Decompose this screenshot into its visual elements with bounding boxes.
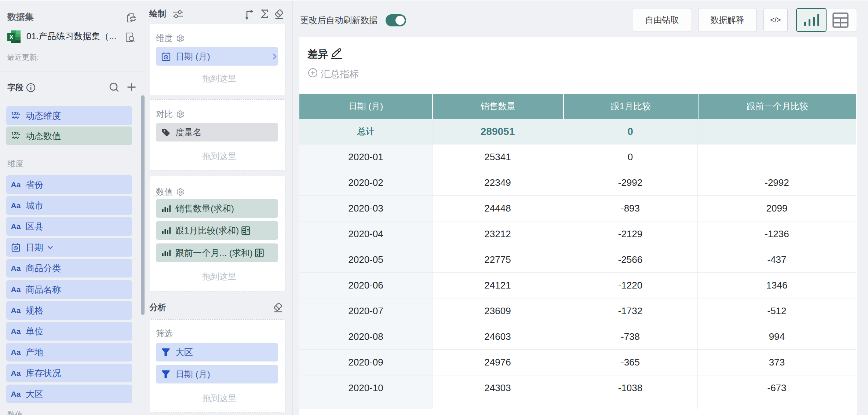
svg-text:X: X <box>9 34 14 41</box>
svg-text:123: 123 <box>11 131 19 136</box>
svg-text:123: 123 <box>11 111 19 116</box>
